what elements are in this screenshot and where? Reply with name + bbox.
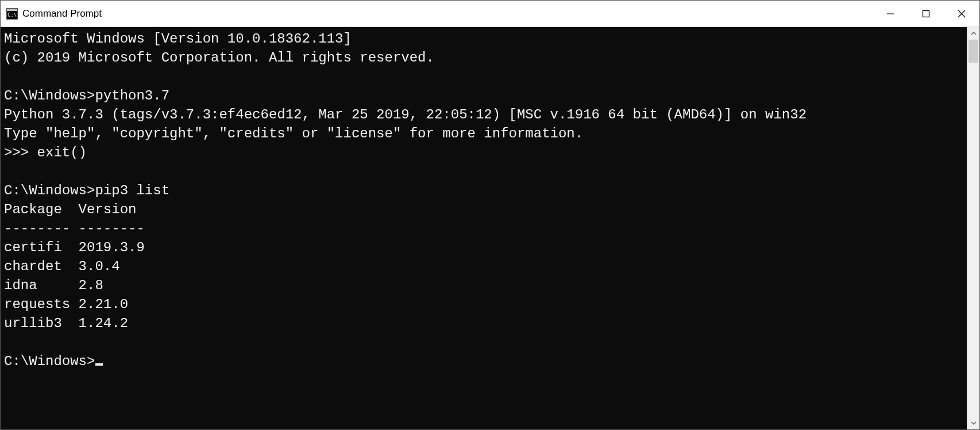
minimize-icon [886,10,894,18]
command-prompt-window: C:\ Command Prompt [0,0,980,430]
cmd-icon: C:\ [6,8,18,20]
terminal-output[interactable]: Microsoft Windows [Version 10.0.18362.11… [1,27,967,429]
scroll-up-button[interactable] [967,27,979,40]
terminal-cursor [95,363,103,366]
titlebar[interactable]: C:\ Command Prompt [1,1,979,27]
chevron-up-icon [971,30,977,36]
scroll-track[interactable] [967,40,979,417]
terminal-area: Microsoft Windows [Version 10.0.18362.11… [1,27,979,429]
terminal-prompt: C:\Windows> [4,354,95,369]
minimize-button[interactable] [873,1,908,26]
scroll-down-button[interactable] [967,417,979,429]
close-icon [958,10,966,18]
svg-rect-5 [887,13,894,14]
maximize-icon [922,10,930,18]
svg-rect-1 [7,9,17,11]
svg-text:C:\: C:\ [7,12,17,18]
maximize-button[interactable] [908,1,944,26]
terminal-text: Microsoft Windows [Version 10.0.18362.11… [4,31,807,331]
close-button[interactable] [944,1,979,26]
window-controls [873,1,979,26]
scrollbar-vertical[interactable] [967,27,979,429]
window-title: Command Prompt [22,8,102,20]
scroll-thumb[interactable] [969,40,978,63]
chevron-down-icon [971,420,977,426]
svg-rect-6 [923,10,929,17]
